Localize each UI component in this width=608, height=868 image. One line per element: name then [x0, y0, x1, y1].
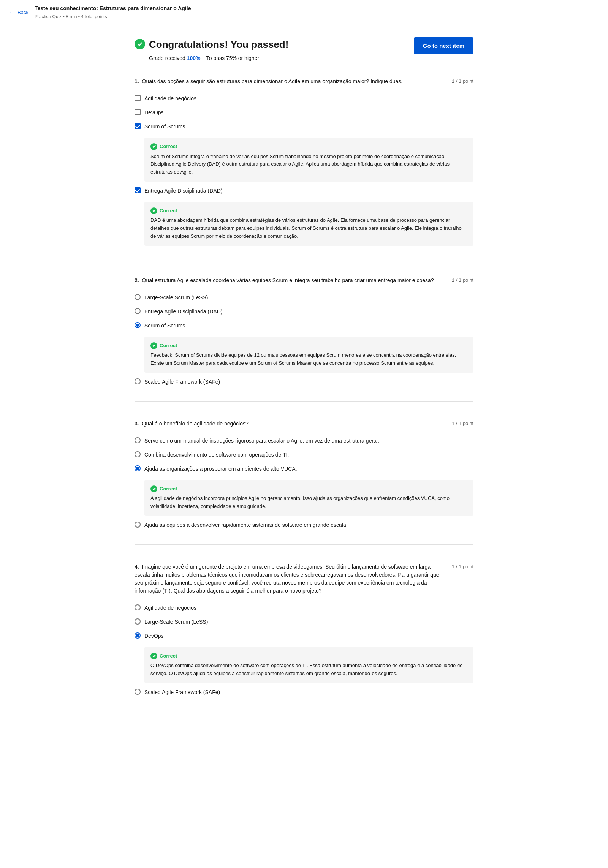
congrats-title: Congratulations! You passed! — [149, 37, 288, 52]
correct-label-q3_c: Correct — [160, 485, 177, 493]
radio-q2_d[interactable] — [135, 378, 141, 384]
radio-q3_a[interactable] — [135, 437, 141, 443]
option-row-2-0: Large-Scale Scrum (LeSS) — [135, 291, 473, 305]
question-header-3: 3. Qual é o benefício da agilidade de ne… — [135, 420, 473, 428]
radio-q2_c[interactable] — [135, 322, 141, 328]
back-arrow-icon: ← — [9, 8, 15, 17]
option-label-q3_c: Ajuda as organizações a prosperar em amb… — [144, 465, 297, 473]
question-text-3: 3. Qual é o benefício da agilidade de ne… — [135, 420, 446, 428]
questions-container: 1. Quais das opções a seguir são estrutu… — [135, 77, 473, 699]
feedback-text-q1_c: Scrum of Scrums integra o trabalho de vá… — [150, 153, 467, 176]
correct-label-q4_c: Correct — [160, 652, 177, 660]
option-row-3-2: Ajuda as organizações a prosperar em amb… — [135, 462, 473, 476]
option-label-q1_d: Entrega Agile Disciplinada (DAD) — [144, 187, 222, 195]
checkbox-q1_b[interactable] — [135, 109, 141, 115]
radio-q4_b[interactable] — [135, 618, 141, 625]
top-bar: ← Back Teste seu conhecimento: Estrutura… — [0, 0, 608, 25]
radio-q4_a[interactable] — [135, 604, 141, 610]
option-label-q2_d: Scaled Agile Framework (SAFe) — [144, 378, 220, 386]
next-item-button[interactable]: Go to next item — [414, 37, 473, 54]
feedback-text-q1_d: DAD é uma abordagem híbrida que combina … — [150, 217, 467, 240]
pass-check-icon — [135, 39, 145, 49]
option-row-2-2: Scrum of Scrums — [135, 319, 473, 333]
grade-info: Grade received 100% To pass 75% or highe… — [149, 54, 288, 62]
radio-q4_c[interactable] — [135, 632, 141, 639]
feedback-header-q1_c: Correct — [150, 143, 467, 150]
points-badge-4: 1 / 1 point — [452, 563, 473, 571]
question-header-2: 2. Qual estrutura Agile escalada coorden… — [135, 277, 473, 285]
option-label-q2_b: Entrega Agile Disciplinada (DAD) — [144, 308, 222, 316]
feedback-header-q3_c: Correct — [150, 485, 467, 493]
correct-icon-q1_d — [150, 207, 157, 214]
correct-label-q1_d: Correct — [160, 207, 177, 215]
option-row-3-3: Ajuda as equipes a desenvolver rapidamen… — [135, 518, 473, 532]
radio-q3_d[interactable] — [135, 522, 141, 528]
question-text-1: 1. Quais das opções a seguir são estrutu… — [135, 77, 446, 85]
feedback-box-q3_c: CorrectA agilidade de negócios incorpora… — [144, 480, 473, 516]
question-num-4: 4. — [135, 564, 139, 570]
option-label-q4_c: DevOps — [144, 632, 164, 640]
option-row-2-3: Scaled Agile Framework (SAFe) — [135, 375, 473, 389]
question-text-2: 2. Qual estrutura Agile escalada coorden… — [135, 277, 446, 285]
points-badge-3: 1 / 1 point — [452, 420, 473, 427]
back-label: Back — [17, 9, 28, 16]
question-block-4: 4. Imagine que você é um gerente de proj… — [135, 563, 473, 699]
grade-value: 100% — [187, 55, 201, 61]
correct-icon-q4_c — [150, 653, 157, 659]
radio-q2_b[interactable] — [135, 308, 141, 314]
feedback-text-q4_c: O DevOps combina desenvolvimento de soft… — [150, 662, 467, 678]
option-row-3-0: Serve como um manual de instruções rigor… — [135, 434, 473, 448]
back-button[interactable]: ← Back — [9, 8, 28, 17]
option-row-3-1: Combina desenvolvimento de software com … — [135, 448, 473, 462]
feedback-header-q4_c: Correct — [150, 652, 467, 660]
question-block-1: 1. Quais das opções a seguir são estrutu… — [135, 77, 473, 258]
option-label-q1_b: DevOps — [144, 109, 164, 117]
feedback-box-q1_d: CorrectDAD é uma abordagem híbrida que c… — [144, 202, 473, 246]
option-label-q3_d: Ajuda as equipes a desenvolver rapidamen… — [144, 521, 348, 529]
option-row-4-2: DevOps — [135, 629, 473, 643]
main-content: Congratulations! You passed! Grade recei… — [125, 25, 483, 730]
radio-q3_c[interactable] — [135, 465, 141, 471]
feedback-header-q1_d: Correct — [150, 207, 467, 215]
feedback-text-q3_c: A agilidade de negócios incorpora princí… — [150, 495, 467, 511]
question-num-2: 2. — [135, 277, 139, 283]
checkbox-q1_c[interactable] — [135, 123, 141, 129]
question-num-1: 1. — [135, 78, 139, 84]
question-block-3: 3. Qual é o benefício da agilidade de ne… — [135, 420, 473, 545]
radio-q3_b[interactable] — [135, 451, 141, 457]
option-label-q2_c: Scrum of Scrums — [144, 322, 185, 330]
checkbox-q1_a[interactable] — [135, 95, 141, 101]
option-row-1-0: Agilidade de negócios — [135, 92, 473, 106]
pass-label: To pass — [206, 55, 225, 61]
correct-label-q2_c: Correct — [160, 342, 177, 349]
option-row-4-0: Agilidade de negócios — [135, 601, 473, 615]
option-row-1-1: DevOps — [135, 106, 473, 120]
checkbox-q1_d[interactable] — [135, 187, 141, 193]
option-row-4-3: Scaled Agile Framework (SAFe) — [135, 685, 473, 699]
quiz-meta: Practice Quiz • 8 min • 4 total points — [35, 13, 191, 20]
points-badge-2: 1 / 1 point — [452, 277, 473, 284]
radio-q4_d[interactable] — [135, 689, 141, 695]
quiz-title: Teste seu conhecimento: Estruturas para … — [35, 5, 191, 13]
question-block-2: 2. Qual estrutura Agile escalada coorden… — [135, 277, 473, 402]
option-row-1-3: Entrega Agile Disciplinada (DAD) — [135, 184, 473, 198]
feedback-box-q2_c: CorrectFeedback: Scrum of Scrums divide … — [144, 337, 473, 373]
feedback-text-q2_c: Feedback: Scrum of Scrums divide equipes… — [150, 351, 467, 367]
divider-after-q2 — [135, 401, 473, 402]
question-num-3: 3. — [135, 421, 139, 427]
option-row-1-2: Scrum of Scrums — [135, 120, 473, 134]
divider-after-q3 — [135, 544, 473, 545]
option-label-q1_c: Scrum of Scrums — [144, 123, 185, 131]
feedback-box-q1_c: CorrectScrum of Scrums integra o trabalh… — [144, 138, 473, 182]
pass-threshold: 75% or higher — [226, 55, 259, 61]
question-header-4: 4. Imagine que você é um gerente de proj… — [135, 563, 473, 595]
quiz-info: Teste seu conhecimento: Estruturas para … — [35, 5, 191, 20]
congrats-text: Congratulations! You passed! Grade recei… — [149, 37, 288, 62]
divider-after-q1 — [135, 258, 473, 258]
option-label-q4_a: Agilidade de negócios — [144, 604, 196, 612]
option-label-q4_b: Large-Scale Scrum (LeSS) — [144, 618, 208, 626]
option-label-q3_b: Combina desenvolvimento de software com … — [144, 451, 289, 459]
radio-q2_a[interactable] — [135, 294, 141, 300]
congrats-left: Congratulations! You passed! Grade recei… — [135, 37, 288, 62]
grade-label: Grade received — [149, 55, 185, 61]
